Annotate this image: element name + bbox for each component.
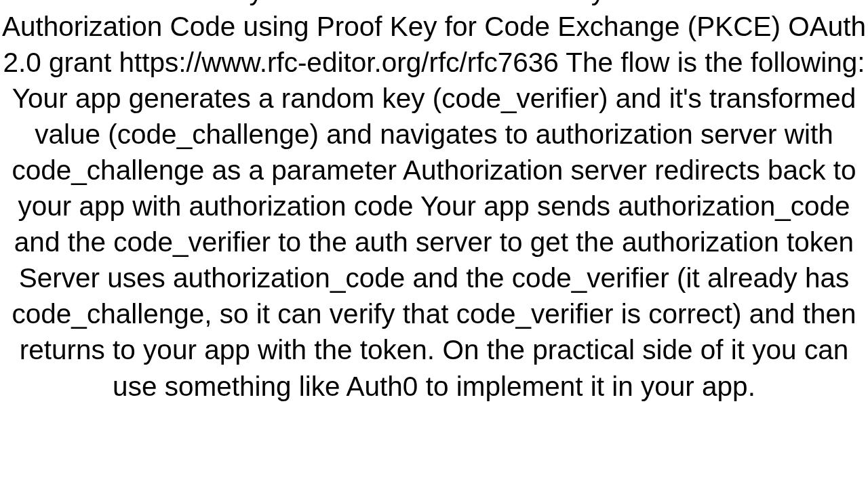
answer-body-text: Answer 2: What you described in Alternat… — [0, 0, 868, 405]
document-page: Answer 2: What you described in Alternat… — [0, 0, 868, 488]
